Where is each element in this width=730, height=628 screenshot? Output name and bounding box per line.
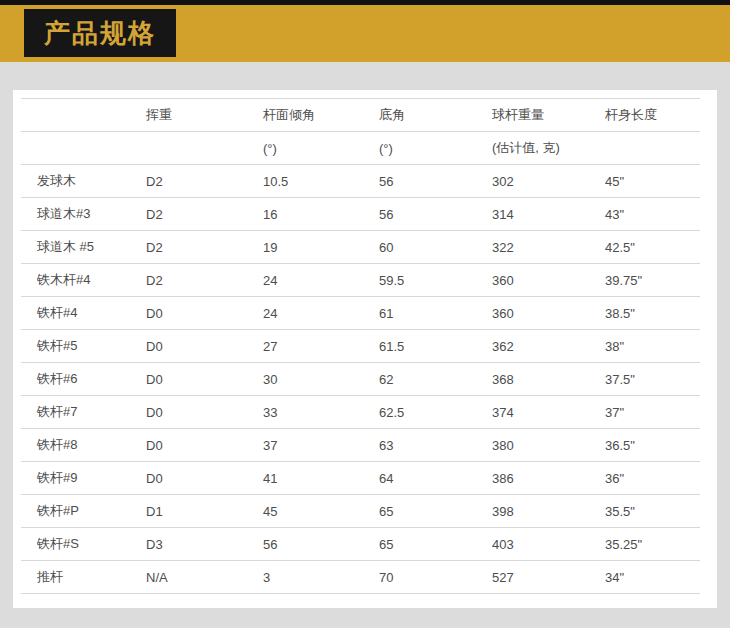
spec-value-cell: 368 [476,363,589,396]
column-header [21,99,130,132]
spec-value-cell: D0 [130,462,247,495]
spec-value-cell: 360 [476,264,589,297]
spec-value-cell: 37 [247,429,363,462]
column-header: 底角 [363,99,476,132]
table-row: 铁杆#8D0376338036.5" [21,429,700,462]
column-subheader [130,132,247,165]
club-name-cell: 球道木#3 [21,198,130,231]
table-row: 铁杆#7D03362.537437" [21,396,700,429]
spec-table: 挥重杆面倾角底角球杆重量杆身长度(°)(°)(估计值, 克) 发球木D210.5… [21,98,700,594]
spec-value-cell: D0 [130,297,247,330]
spec-value-cell: D0 [130,330,247,363]
column-subheader: (°) [363,132,476,165]
spec-value-cell: 56 [363,165,476,198]
spec-value-cell: 56 [247,528,363,561]
table-row: 铁杆#4D0246136038.5" [21,297,700,330]
spec-value-cell: 30 [247,363,363,396]
spec-value-cell: 3 [247,561,363,594]
spec-value-cell: 314 [476,198,589,231]
club-name-cell: 铁杆#4 [21,297,130,330]
page-title: 产品规格 [44,16,156,51]
spec-value-cell: 35.25" [589,528,700,561]
table-row: 推杆N/A37052734" [21,561,700,594]
subheader-row: (°)(°)(估计值, 克) [21,132,700,165]
spec-value-cell: 398 [476,495,589,528]
spec-value-cell: 386 [476,462,589,495]
column-header: 杆身长度 [589,99,700,132]
spec-value-cell: 59.5 [363,264,476,297]
spec-value-cell: 70 [363,561,476,594]
spec-value-cell: 62.5 [363,396,476,429]
spec-value-cell: 24 [247,264,363,297]
spec-value-cell: D2 [130,165,247,198]
spec-value-cell: D2 [130,231,247,264]
spec-value-cell: D2 [130,264,247,297]
spec-value-cell: 302 [476,165,589,198]
column-header: 挥重 [130,99,247,132]
spec-value-cell: 42.5" [589,231,700,264]
spec-value-cell: N/A [130,561,247,594]
spec-value-cell: 38.5" [589,297,700,330]
spec-value-cell: D0 [130,429,247,462]
spec-value-cell: 24 [247,297,363,330]
table-row: 铁杆#5D02761.536238" [21,330,700,363]
club-name-cell: 铁杆#8 [21,429,130,462]
club-name-cell: 铁木杆#4 [21,264,130,297]
spec-value-cell: 36" [589,462,700,495]
table-row: 球道木#3D2165631443" [21,198,700,231]
spec-table-body: 发球木D210.55630245"球道木#3D2165631443"球道木 #5… [21,165,700,594]
column-header: 球杆重量 [476,99,589,132]
club-name-cell: 球道木 #5 [21,231,130,264]
spec-value-cell: 45" [589,165,700,198]
spec-value-cell: 62 [363,363,476,396]
spec-value-cell: 27 [247,330,363,363]
spec-value-cell: 374 [476,396,589,429]
spec-table-head: 挥重杆面倾角底角球杆重量杆身长度(°)(°)(估计值, 克) [21,99,700,165]
column-subheader: (°) [247,132,363,165]
club-name-cell: 铁杆#5 [21,330,130,363]
spec-value-cell: 16 [247,198,363,231]
spec-value-cell: 41 [247,462,363,495]
header-row: 挥重杆面倾角底角球杆重量杆身长度 [21,99,700,132]
spec-value-cell: 34" [589,561,700,594]
column-subheader [21,132,130,165]
spec-value-cell: 38" [589,330,700,363]
section-title-box: 产品规格 [24,9,176,57]
spec-value-cell: 56 [363,198,476,231]
club-name-cell: 铁杆#P [21,495,130,528]
club-name-cell: 发球木 [21,165,130,198]
club-name-cell: 铁杆#6 [21,363,130,396]
spec-value-cell: D0 [130,363,247,396]
spec-value-cell: 43" [589,198,700,231]
spec-value-cell: 61.5 [363,330,476,363]
table-row: 铁杆#9D0416438636" [21,462,700,495]
table-row: 铁杆#6D0306236837.5" [21,363,700,396]
column-subheader: (估计值, 克) [476,132,589,165]
spec-value-cell: D0 [130,396,247,429]
table-row: 发球木D210.55630245" [21,165,700,198]
spec-value-cell: 403 [476,528,589,561]
spec-value-cell: 64 [363,462,476,495]
table-row: 铁杆#SD3566540335.25" [21,528,700,561]
club-name-cell: 推杆 [21,561,130,594]
spec-value-cell: 60 [363,231,476,264]
spec-value-cell: 33 [247,396,363,429]
table-row: 球道木 #5D2196032242.5" [21,231,700,264]
spec-value-cell: 380 [476,429,589,462]
column-subheader [589,132,700,165]
spec-value-cell: 39.75" [589,264,700,297]
spec-value-cell: 35.5" [589,495,700,528]
spec-value-cell: 65 [363,528,476,561]
column-header: 杆面倾角 [247,99,363,132]
spec-value-cell: 322 [476,231,589,264]
table-row: 铁木杆#4D22459.536039.75" [21,264,700,297]
spec-value-cell: 36.5" [589,429,700,462]
spec-value-cell: 19 [247,231,363,264]
spec-value-cell: 61 [363,297,476,330]
club-name-cell: 铁杆#7 [21,396,130,429]
spec-value-cell: 45 [247,495,363,528]
spec-value-cell: 360 [476,297,589,330]
spec-value-cell: 37" [589,396,700,429]
spec-value-cell: 63 [363,429,476,462]
club-name-cell: 铁杆#9 [21,462,130,495]
